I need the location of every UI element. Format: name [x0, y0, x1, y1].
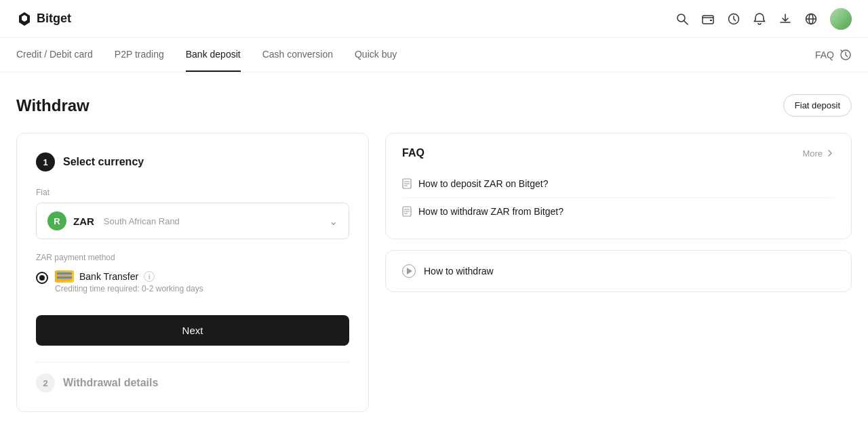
logo-text: Bitget [37, 12, 71, 26]
avatar-image [830, 8, 852, 30]
doc-icon-1 [402, 206, 412, 217]
payment-method-label: ZAR payment method [36, 253, 349, 262]
fiat-field: Fiat R ZAR South African Rand ⌄ [36, 188, 349, 239]
avatar[interactable] [830, 8, 852, 30]
currency-selector[interactable]: R ZAR South African Rand ⌄ [36, 203, 349, 239]
header: Bitget [0, 0, 868, 38]
faq-card-header: FAQ More [402, 147, 835, 159]
svg-line-1 [684, 21, 688, 24]
faq-item-1[interactable]: How to withdraw ZAR from Bitget? [402, 198, 835, 225]
step1-header: 1 Select currency [36, 152, 349, 171]
fiat-deposit-button[interactable]: Fiat deposit [783, 94, 852, 117]
globe-icon[interactable] [804, 12, 818, 26]
how-to-card[interactable]: How to withdraw [385, 250, 852, 292]
logo[interactable]: Bitget [16, 11, 71, 27]
svg-rect-3 [710, 20, 712, 21]
search-icon[interactable] [675, 12, 689, 26]
faq-text-0: How to deposit ZAR on Bitget? [418, 178, 548, 189]
bank-transfer-icon [55, 270, 74, 283]
wallet-icon[interactable] [701, 12, 715, 26]
page-title-row: Withdraw Fiat deposit [16, 94, 852, 117]
radio-button[interactable] [36, 272, 48, 284]
faq-text-1: How to withdraw ZAR from Bitget? [418, 206, 564, 217]
left-panel: 1 Select currency Fiat R ZAR South Afric… [16, 133, 369, 412]
payment-option-bank[interactable]: Bank Transfer i Crediting time required:… [36, 270, 349, 293]
payment-info: Bank Transfer i Crediting time required:… [55, 270, 203, 293]
next-button[interactable]: Next [36, 315, 349, 346]
fiat-label: Fiat [36, 188, 349, 197]
currency-letter: R [54, 216, 60, 226]
step2-header: 2 Withdrawal details [36, 362, 349, 392]
radio-inner [39, 275, 45, 281]
faq-more-link[interactable]: More [802, 148, 835, 159]
step1-number: 1 [36, 152, 55, 171]
bitget-logo-icon [16, 11, 33, 27]
chevron-down-icon: ⌄ [329, 215, 338, 228]
payment-name: Bank Transfer [79, 271, 138, 282]
clock-icon[interactable] [727, 12, 741, 26]
tab-bank-deposit[interactable]: Bank deposit [186, 38, 241, 72]
tab-cash-conversion[interactable]: Cash conversion [262, 38, 333, 72]
step2-title: Withdrawal details [63, 377, 158, 389]
doc-icon-0 [402, 178, 412, 189]
page-title: Withdraw [16, 96, 90, 115]
main-content: Withdraw Fiat deposit 1 Select currency … [0, 73, 868, 429]
nav-tabs: Credit / Debit card P2P trading Bank dep… [0, 38, 868, 73]
header-icons [675, 8, 852, 30]
info-icon[interactable]: i [144, 271, 155, 282]
tab-p2p[interactable]: P2P trading [115, 38, 164, 72]
payment-name-row: Bank Transfer i [55, 270, 203, 283]
nav-right: FAQ [815, 49, 852, 61]
svg-point-0 [677, 14, 685, 22]
how-to-text: How to withdraw [424, 266, 494, 277]
currency-code: ZAR [73, 216, 94, 227]
step2-number: 2 [36, 373, 55, 392]
faq-card: FAQ More How to deposit ZAR on Bitget? [385, 133, 852, 239]
play-triangle [407, 268, 412, 274]
faq-link[interactable]: FAQ [815, 49, 834, 60]
bell-icon[interactable] [753, 12, 766, 26]
chevron-right-icon [825, 148, 835, 158]
more-label: More [802, 148, 823, 159]
right-panel: FAQ More How to deposit ZAR on Bitget? [385, 133, 852, 412]
svg-rect-2 [703, 16, 713, 24]
currency-badge: R [47, 211, 66, 230]
download-icon[interactable] [778, 12, 792, 26]
crediting-time: Crediting time required: 0-2 working day… [55, 284, 203, 293]
currency-left: R ZAR South African Rand [47, 211, 180, 230]
tab-credit-debit[interactable]: Credit / Debit card [16, 38, 93, 72]
play-icon [402, 264, 416, 278]
currency-name: South African Rand [104, 216, 180, 226]
faq-card-title: FAQ [402, 147, 425, 159]
history-icon[interactable] [840, 49, 852, 61]
content-grid: 1 Select currency Fiat R ZAR South Afric… [16, 133, 852, 412]
tab-quick-buy[interactable]: Quick buy [355, 38, 397, 72]
nav-left: Credit / Debit card P2P trading Bank dep… [16, 38, 397, 72]
faq-item-0[interactable]: How to deposit ZAR on Bitget? [402, 170, 835, 198]
payment-method-field: ZAR payment method Bank Transfer i [36, 253, 349, 293]
step1-title: Select currency [63, 156, 144, 168]
